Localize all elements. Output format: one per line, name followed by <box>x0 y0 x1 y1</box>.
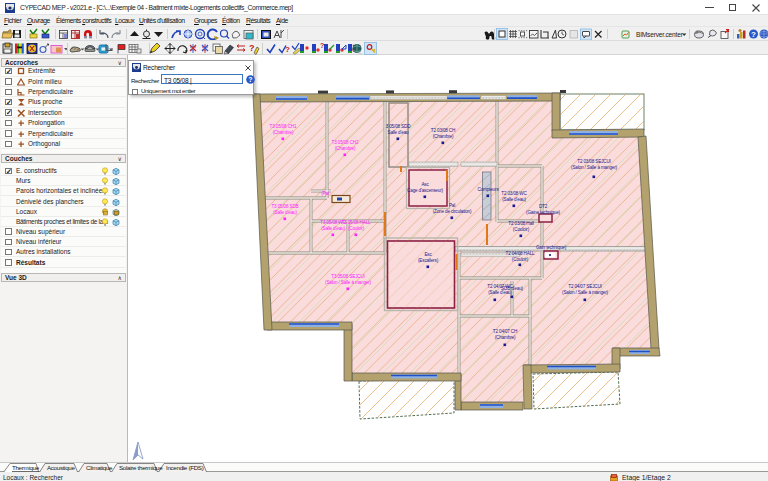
svg-text:(Chambre): (Chambre) <box>433 134 454 139</box>
svg-text:T3 05/08 CH2: T3 05/08 CH2 <box>332 140 359 145</box>
svg-text:SDB d'eau): SDB d'eau) <box>501 286 523 291</box>
svg-text:(Salon / Salle à manger): (Salon / Salle à manger) <box>562 290 609 295</box>
svg-text:Gain technique): Gain technique) <box>536 245 567 250</box>
svg-text:(Salon / Salle à manger): (Salon / Salle à manger) <box>325 280 372 285</box>
svg-text:Esc: Esc <box>424 252 432 257</box>
svg-text:Incendie (FDS): Incendie (FDS) <box>166 464 204 471</box>
svg-text:?: ? <box>285 45 290 54</box>
svg-text:Asc: Asc <box>421 182 429 187</box>
svg-text:(Salon / Salle à manger): (Salon / Salle à manger) <box>571 165 618 170</box>
svg-text:T2 04/07 SEJCUI: T2 04/07 SEJCUI <box>568 284 602 289</box>
svg-text:(Salle d'eau): (Salle d'eau) <box>321 226 345 231</box>
svg-text:T2 03/08 SEJCUI: T2 03/08 SEJCUI <box>577 159 611 164</box>
svg-text:(Chambre): (Chambre) <box>335 146 356 151</box>
svg-text:(Salle d'eau): (Salle d'eau) <box>502 197 526 202</box>
svg-text:Salle d'eau: Salle d'eau <box>388 130 410 135</box>
svg-text:T2 03/08 CH: T2 03/08 CH <box>431 128 455 133</box>
svg-text:(Escaliers): (Escaliers) <box>418 258 439 263</box>
svg-text:Thermique: Thermique <box>12 464 40 471</box>
svg-text:(Salle d'eau): (Salle d'eau) <box>273 210 297 215</box>
svg-text:(Chambre): (Chambre) <box>273 130 294 135</box>
svg-text:T2 03/08 Hall: T2 03/08 Hall <box>508 221 534 226</box>
svg-text:?: ? <box>751 30 756 39</box>
svg-text:T2 03/08 WC: T2 03/08 WC <box>501 191 527 196</box>
svg-text:(Couloir): (Couloir) <box>513 227 530 232</box>
svg-text:(Chambre): (Chambre) <box>495 335 516 340</box>
svg-text:(Couloir): (Couloir) <box>512 257 529 262</box>
svg-text:Compteurs: Compteurs <box>477 187 499 192</box>
svg-text:?: ? <box>249 43 255 53</box>
svg-text:?: ? <box>248 76 252 83</box>
svg-text:Acoustique: Acoustique <box>47 464 75 471</box>
svg-text:?: ? <box>320 42 324 49</box>
svg-text:T2 04/07 CH: T2 04/07 CH <box>493 329 517 334</box>
svg-text:Cage d'ascenseur): Cage d'ascenseur) <box>407 188 443 193</box>
svg-text:(Zone de circulation): (Zone de circulation) <box>433 209 472 214</box>
svg-text:T3 05/08 HALL: T3 05/08 HALL <box>342 220 372 225</box>
svg-text:(Gaine technique): (Gaine technique) <box>526 210 561 215</box>
svg-text:3 05/08 SDD: 3 05/08 SDD <box>386 124 411 129</box>
svg-text:Pal: Pal <box>449 203 455 208</box>
svg-text:T3 05/08 SDB: T3 05/08 SDB <box>271 204 298 209</box>
svg-text:BIMserver.center: BIMserver.center <box>636 31 684 38</box>
svg-text:DT2: DT2 <box>539 204 548 209</box>
svg-text:(Pal: (Pal <box>321 191 329 196</box>
svg-text:Climatique: Climatique <box>86 464 113 471</box>
svg-text:(Couloir): (Couloir) <box>348 226 365 231</box>
svg-text:T3 05/08 CH1: T3 05/08 CH1 <box>270 124 297 129</box>
svg-text:Solaire thermique: Solaire thermique <box>119 464 163 471</box>
svg-text:T2 04/08 HALL: T2 04/08 HALL <box>506 251 536 256</box>
svg-text:T3 05/08 SEJCUI: T3 05/08 SEJCUI <box>331 274 365 279</box>
